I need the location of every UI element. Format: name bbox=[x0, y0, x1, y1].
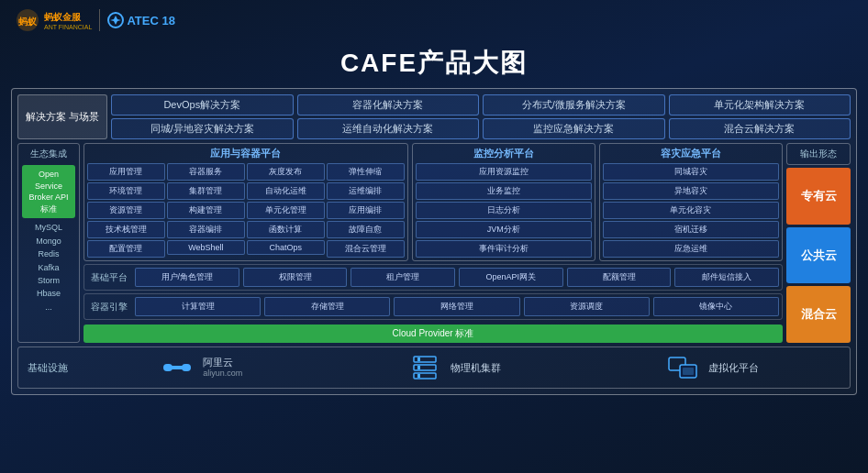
app-cell-0-1: 环境管理 bbox=[87, 182, 165, 200]
base-cell-4: 配额管理 bbox=[567, 268, 672, 287]
container-cell-4: 镜像中心 bbox=[653, 297, 779, 316]
atec-circle-icon bbox=[107, 12, 124, 28]
virtual-name: 虚拟化平台 bbox=[708, 361, 759, 374]
infra-row: 基础设施 阿里云 aliyun.c bbox=[17, 346, 851, 389]
container-engine-label: 容器引擎 bbox=[87, 301, 131, 314]
sol-monitor: 监控应急解决方案 bbox=[483, 118, 664, 139]
base-cell-3: OpenAPI网关 bbox=[459, 268, 563, 287]
disaster-platform-title: 容灾应急平台 bbox=[603, 147, 779, 160]
physical-name: 物理机集群 bbox=[451, 361, 501, 374]
app-cell-3-1: 运维编排 bbox=[327, 182, 405, 200]
base-cell-0: 用户/角色管理 bbox=[135, 268, 239, 287]
app-cell-1-2: 构建管理 bbox=[167, 202, 245, 219]
container-engine-row: 容器引擎 计算管理 存储管理 网络管理 资源调度 镜像中心 bbox=[83, 293, 783, 320]
mon-cell-0: 应用资源监控 bbox=[416, 163, 592, 181]
svg-rect-9 bbox=[414, 365, 436, 370]
container-engine-items: 计算管理 存储管理 网络管理 资源调度 镜像中心 bbox=[135, 297, 779, 316]
infra-items: 阿里云 aliyun.com bbox=[77, 353, 840, 382]
ant-name: 蚂蚁金服 bbox=[44, 11, 92, 24]
eco-label: 生态集成 bbox=[22, 148, 75, 160]
infra-aliyun: 阿里云 aliyun.com bbox=[159, 353, 242, 382]
sol-microservice: 分布式/微服务解决方案 bbox=[483, 94, 664, 116]
open-service-box: Open Service Broker API标准 bbox=[22, 165, 75, 218]
mon-cell-2: 日志分析 bbox=[416, 202, 592, 219]
mon-cell-1: 业务监控 bbox=[416, 182, 592, 200]
public-cloud-box: 公共云 bbox=[786, 227, 851, 284]
sol-hybridcloud: 混合云解决方案 bbox=[669, 118, 851, 139]
atec-logo: ATEC 18 bbox=[107, 12, 175, 28]
app-cell-2-2: 单元化管理 bbox=[247, 202, 325, 219]
hybrid-cloud-box: 混合云 bbox=[786, 286, 851, 343]
dis-cell-1: 异地容灾 bbox=[603, 182, 779, 200]
app-cell-2-4: ChatOps bbox=[247, 240, 325, 255]
eco-kafka: Kafka bbox=[22, 261, 75, 274]
output-panel: 输出形态 专有云 公共云 混合云 bbox=[786, 143, 851, 343]
header: 蚂蚁 蚂蚁金服 ANT FINANCIAL ATEC 18 bbox=[0, 0, 868, 40]
platform-row: 应用与容器平台 应用管理 环境管理 资源管理 技术栈管理 配置管理 bbox=[83, 143, 783, 261]
svg-rect-12 bbox=[417, 374, 420, 378]
base-cell-1: 权限管理 bbox=[243, 268, 348, 287]
app-cell-0-3: 技术栈管理 bbox=[87, 221, 165, 238]
app-cell-3-2: 应用编排 bbox=[327, 202, 405, 219]
app-cell-2-0: 灰度发布 bbox=[247, 163, 325, 181]
svg-rect-6 bbox=[183, 366, 186, 369]
cloud-provider-bar: Cloud Provider 标准 bbox=[83, 324, 783, 343]
infra-virtual: 虚拟化平台 bbox=[664, 353, 759, 382]
app-cell-0-4: 配置管理 bbox=[87, 240, 165, 258]
dis-cell-0: 同城容灾 bbox=[603, 163, 779, 181]
sol-citydr: 同城/异地容灾解决方案 bbox=[111, 118, 293, 139]
base-platform-label: 基础平台 bbox=[87, 271, 131, 284]
app-cell-3-3: 故障自愈 bbox=[327, 221, 405, 238]
svg-text:蚂蚁: 蚂蚁 bbox=[18, 16, 38, 27]
monitor-platform: 监控分析平台 应用资源监控 业务监控 日志分析 JVM分析 事件审计分析 bbox=[412, 143, 595, 261]
page-title: CAFE产品大图 bbox=[0, 40, 868, 88]
svg-rect-11 bbox=[414, 373, 436, 379]
solution-row1: DevOps解决方案 容器化解决方案 分布式/微服务解决方案 单元化架构解决方案 bbox=[111, 94, 851, 116]
base-platform-items: 用户/角色管理 权限管理 租户管理 OpenAPI网关 配额管理 邮件短信接入 bbox=[135, 268, 779, 287]
aliyun-text: 阿里云 aliyun.com bbox=[203, 356, 242, 380]
ant-sub: ANT FINANCIAL bbox=[44, 24, 92, 30]
app-cell-3-4: 混合云管理 bbox=[327, 240, 405, 258]
mon-cell-4: 事件审计分析 bbox=[416, 240, 592, 258]
app-cell-1-3: 容器编排 bbox=[167, 221, 245, 238]
infra-physical: 物理机集群 bbox=[406, 353, 501, 382]
panels-row: 生态集成 Open Service Broker API标准 MySQL Mon… bbox=[17, 143, 851, 343]
sol-container: 容器化解决方案 bbox=[297, 94, 479, 116]
aliyun-sub: aliyun.com bbox=[203, 368, 242, 380]
solution-items: DevOps解决方案 容器化解决方案 分布式/微服务解决方案 单元化架构解决方案… bbox=[111, 94, 851, 139]
eco-redis: Redis bbox=[22, 248, 75, 260]
ant-financial-logo: 蚂蚁 蚂蚁金服 ANT FINANCIAL bbox=[15, 7, 92, 33]
container-cell-1: 存储管理 bbox=[264, 297, 390, 316]
sol-opsauto: 运维自动化解决方案 bbox=[297, 118, 479, 139]
atec-label: ATEC 18 bbox=[127, 14, 175, 28]
physical-text: 物理机集群 bbox=[451, 361, 501, 374]
app-cell-2-1: 自动化运维 bbox=[247, 182, 325, 200]
base-cell-2: 租户管理 bbox=[351, 268, 455, 287]
svg-rect-8 bbox=[417, 358, 420, 361]
container-cell-3: 资源调度 bbox=[524, 297, 650, 316]
svg-rect-5 bbox=[168, 366, 172, 369]
physical-icon bbox=[406, 353, 443, 382]
header-divider bbox=[99, 9, 100, 31]
container-cell-0: 计算管理 bbox=[135, 297, 261, 316]
main-content: 解决方案 与场景 DevOps解决方案 容器化解决方案 分布式/微服务解决方案 … bbox=[0, 88, 868, 395]
monitor-platform-title: 监控分析平台 bbox=[416, 147, 592, 160]
app-cell-3-0: 弹性伸缩 bbox=[327, 163, 405, 181]
dis-cell-3: 宿机迁移 bbox=[603, 221, 779, 238]
dis-cell-2: 单元化容灾 bbox=[603, 202, 779, 219]
app-cell-2-3: 函数计算 bbox=[247, 221, 325, 238]
disaster-platform: 容灾应急平台 同城容灾 异地容灾 单元化容灾 宿机迁移 应急运维 bbox=[599, 143, 783, 261]
svg-rect-10 bbox=[417, 366, 420, 369]
infra-label: 基础设施 bbox=[28, 361, 73, 375]
aliyun-icon bbox=[159, 353, 195, 382]
ecosystem-panel: 生态集成 Open Service Broker API标准 MySQL Mon… bbox=[17, 143, 80, 343]
svg-rect-4 bbox=[170, 366, 184, 369]
svg-rect-7 bbox=[414, 357, 436, 362]
solution-label: 解决方案 与场景 bbox=[17, 94, 107, 139]
container-cell-2: 网络管理 bbox=[394, 297, 519, 316]
app-platform: 应用与容器平台 应用管理 环境管理 资源管理 技术栈管理 配置管理 bbox=[83, 143, 408, 261]
logo-area: 蚂蚁 蚂蚁金服 ANT FINANCIAL ATEC 18 bbox=[15, 7, 175, 33]
app-cell-0-2: 资源管理 bbox=[87, 202, 165, 219]
aliyun-name: 阿里云 bbox=[203, 356, 242, 368]
svg-rect-15 bbox=[683, 368, 694, 375]
